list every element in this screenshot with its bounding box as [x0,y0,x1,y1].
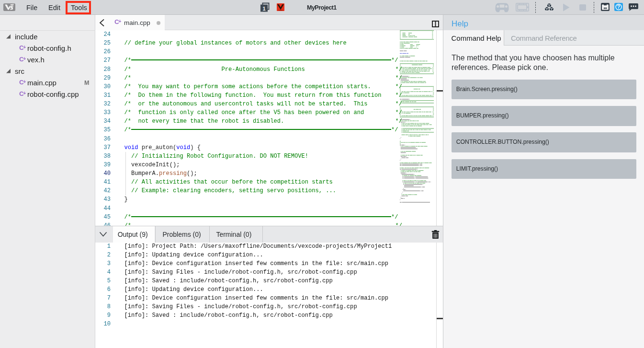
svg-text:?: ? [617,4,620,10]
svg-text:1: 1 [262,6,265,12]
